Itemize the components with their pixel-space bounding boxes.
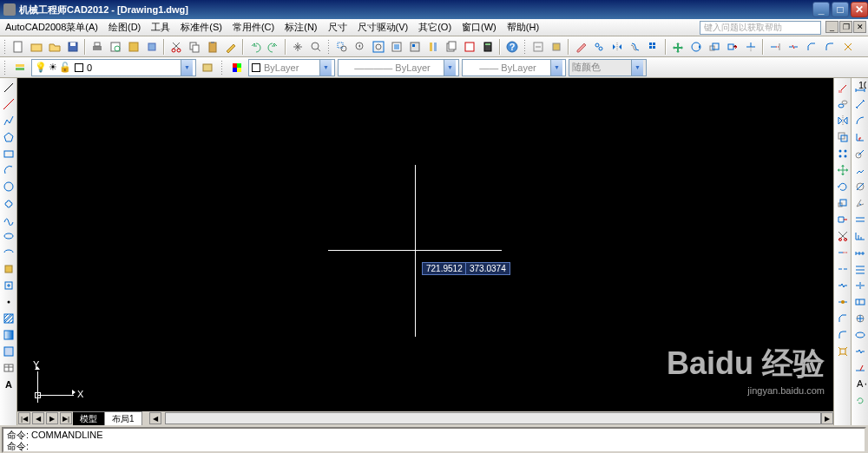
chamfer-icon[interactable] xyxy=(803,38,820,56)
linetype-dropdown[interactable]: ———— ByLayer ▼ xyxy=(338,59,459,76)
trim2-icon[interactable] xyxy=(835,228,851,244)
copy-icon[interactable] xyxy=(186,38,203,56)
xline-icon[interactable] xyxy=(1,96,16,112)
plotstyle-dropdown[interactable]: 随颜色 ▼ xyxy=(569,59,647,76)
trim-icon[interactable] xyxy=(742,38,760,56)
move-icon[interactable] xyxy=(669,38,687,56)
menu-dimension[interactable]: 尺寸 xyxy=(323,19,352,36)
toolbar-grip[interactable] xyxy=(327,39,331,55)
copy2-icon[interactable] xyxy=(590,38,608,56)
dim-space-icon[interactable] xyxy=(852,261,868,277)
offset-icon[interactable] xyxy=(627,38,644,56)
table-icon[interactable] xyxy=(1,360,16,376)
move2-icon[interactable] xyxy=(835,162,851,178)
new-folder-icon[interactable] xyxy=(28,38,45,56)
save-icon[interactable] xyxy=(64,38,82,56)
region-icon[interactable] xyxy=(1,344,16,359)
menu-window[interactable]: 窗口(W) xyxy=(457,19,502,36)
scale-icon[interactable] xyxy=(706,38,723,56)
layer-dropdown[interactable]: 💡 ☀ 🔓 0 ▼ xyxy=(31,59,196,76)
command-line[interactable]: 命令: COMMANDLINE 命令: xyxy=(2,427,866,453)
dim-arc-icon[interactable] xyxy=(852,113,868,128)
menu-autocad[interactable]: AutoCAD2008菜单(A) xyxy=(0,19,103,36)
menu-tools[interactable]: 工具 xyxy=(146,19,175,36)
open-icon[interactable] xyxy=(46,38,63,56)
mtext-icon[interactable]: A xyxy=(1,377,16,392)
offset2-icon[interactable] xyxy=(835,129,851,145)
toolbar-grip[interactable] xyxy=(523,39,527,55)
erase-icon[interactable] xyxy=(572,38,589,56)
polygon-icon[interactable] xyxy=(1,129,16,145)
break2-icon[interactable] xyxy=(835,278,851,293)
point-icon[interactable] xyxy=(1,294,16,310)
qdim-icon[interactable] xyxy=(852,212,868,227)
redo-icon[interactable] xyxy=(265,38,282,56)
dim-radius-icon[interactable] xyxy=(852,146,868,161)
publish-icon[interactable] xyxy=(143,38,161,56)
tab-next-button[interactable]: ▶ xyxy=(46,412,58,424)
toolbar-grip[interactable] xyxy=(220,60,224,76)
copy3-icon[interactable] xyxy=(835,96,851,112)
tab-layout1[interactable]: 布局1 xyxy=(105,411,142,425)
menu-draw[interactable]: 绘图(D) xyxy=(103,19,146,36)
array-icon[interactable] xyxy=(645,38,662,56)
hscroll-left-button[interactable]: ◀ xyxy=(149,412,161,424)
menu-dim-driven[interactable]: 尺寸驱动(V) xyxy=(352,19,414,36)
new-file-icon[interactable] xyxy=(10,38,27,56)
dim-inspect-icon[interactable] xyxy=(852,327,868,343)
design-center-icon[interactable] xyxy=(406,38,424,56)
hatch-icon[interactable] xyxy=(1,311,16,326)
center-mark-icon[interactable] xyxy=(852,311,868,326)
maximize-button[interactable]: □ xyxy=(832,2,849,17)
ellipse-icon[interactable] xyxy=(1,228,16,244)
help-search-input[interactable]: 键入问题以获取帮助 xyxy=(700,21,821,35)
zoom-extents-icon[interactable] xyxy=(370,38,387,56)
xref-icon[interactable] xyxy=(529,38,547,56)
scale2-icon[interactable] xyxy=(835,195,851,211)
tab-last-button[interactable]: ▶| xyxy=(60,412,72,424)
dim-linear-icon[interactable]: 10 xyxy=(852,80,868,95)
sheet-set-icon[interactable] xyxy=(443,38,460,56)
menu-other[interactable]: 其它(O) xyxy=(413,19,457,36)
paste-icon[interactable] xyxy=(204,38,221,56)
cut-icon[interactable] xyxy=(168,38,185,56)
properties-icon[interactable] xyxy=(388,38,405,56)
chamfer2-icon[interactable] xyxy=(835,311,851,326)
match-prop-icon[interactable] xyxy=(222,38,240,56)
quickcalc-icon[interactable] xyxy=(479,38,496,56)
undo-icon[interactable] xyxy=(247,38,264,56)
join-icon[interactable] xyxy=(835,294,851,310)
insert-block-icon[interactable] xyxy=(1,261,16,277)
dim-jogged-icon[interactable] xyxy=(852,162,868,178)
menu-help[interactable]: 帮助(H) xyxy=(502,19,544,36)
menu-standard-parts[interactable]: 标准件(S) xyxy=(175,19,227,36)
layer-prev-icon[interactable] xyxy=(199,59,216,76)
ellipse-arc-icon[interactable] xyxy=(1,245,16,260)
line-icon[interactable] xyxy=(1,80,16,95)
close-button[interactable]: ✕ xyxy=(851,2,868,17)
fillet-icon[interactable] xyxy=(821,38,838,56)
stretch-icon[interactable] xyxy=(724,38,741,56)
explode2-icon[interactable] xyxy=(835,344,851,359)
extend-icon[interactable] xyxy=(766,38,784,56)
dim-angular-icon[interactable] xyxy=(852,195,868,211)
dim-edit-icon[interactable] xyxy=(852,360,868,376)
tab-model[interactable]: 模型 xyxy=(73,411,105,425)
minimize-button[interactable]: _ xyxy=(812,2,830,17)
toolbar-grip[interactable] xyxy=(3,39,7,55)
dim-jog-line-icon[interactable] xyxy=(852,344,868,359)
dim-aligned-icon[interactable] xyxy=(852,96,868,112)
color-dropdown[interactable]: ByLayer ▼ xyxy=(248,59,335,76)
rotate2-icon[interactable] xyxy=(835,179,851,194)
print-icon[interactable] xyxy=(89,38,106,56)
dim-tedit-icon[interactable]: A↔ xyxy=(852,377,868,392)
lineweight-dropdown[interactable]: —— ByLayer ▼ xyxy=(462,59,566,76)
block-icon[interactable] xyxy=(548,38,565,56)
fillet2-icon[interactable] xyxy=(835,327,851,343)
mdi-close-button[interactable]: ✕ xyxy=(853,21,866,33)
stretch2-icon[interactable] xyxy=(835,212,851,227)
zoom-previous-icon[interactable] xyxy=(352,38,369,56)
menu-common-parts[interactable]: 常用件(C) xyxy=(227,19,279,36)
rotate-icon[interactable] xyxy=(687,38,705,56)
spline-icon[interactable] xyxy=(1,212,16,227)
